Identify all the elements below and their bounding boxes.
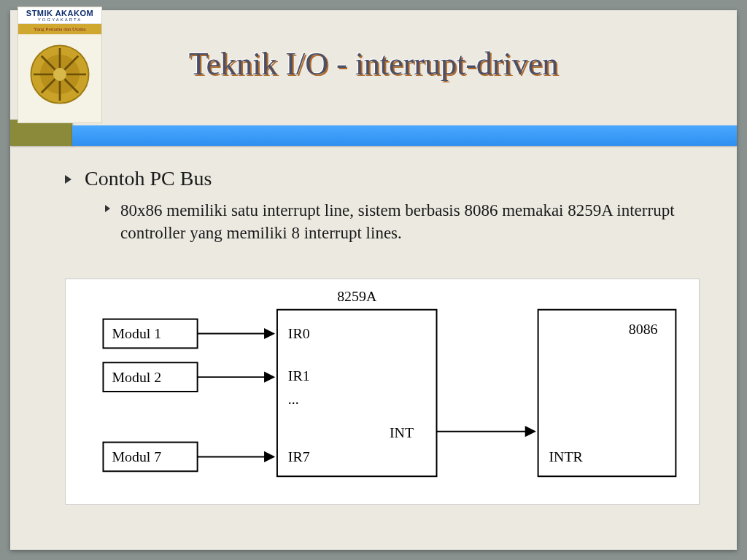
logo-motto-text: Yang Pertama dan Utama [34,26,85,32]
int-label: INT [390,424,414,440]
ir0-label: IR0 [288,325,310,341]
logo-subtitle: YOGYAKARTA [18,18,101,22]
svg-marker-15 [265,452,274,461]
bullet-sub-text: 80x86 memiliki satu interrupt line, sist… [120,199,708,244]
controller-label: 8259A [337,288,377,304]
content-area: Contoh PC Bus 80x86 memiliki satu interr… [65,167,708,244]
bullet-level-1: Contoh PC Bus [65,167,708,190]
svg-point-6 [53,68,66,81]
slide-canvas: STMIK AKAKOM YOGYAKARTA Yang Pertama dan… [10,10,737,550]
accent-block-olive [10,120,72,146]
interrupt-diagram: 8259A Modul 1 Modul 2 Modul 7 IR0 IR1 ..… [65,279,700,505]
ir1-label: IR1 [288,368,310,384]
cpu-label: 8086 [629,321,658,337]
svg-marker-18 [526,427,535,436]
logo-emblem [18,34,101,114]
ir-ellipsis: ... [288,391,299,407]
bullet-arrow-icon [65,175,71,184]
module-1-label: Modul 1 [112,325,161,341]
logo-motto-bar: Yang Pertama dan Utama [18,24,101,34]
intr-label: INTR [549,448,584,464]
module-7-label: Modul 7 [112,448,161,464]
logo-header: STMIK AKAKOM YOGYAKARTA [18,7,101,24]
institution-logo: STMIK AKAKOM YOGYAKARTA Yang Pertama dan… [18,7,102,123]
bullet-arrow-icon [105,205,110,212]
bullet-level-2: 80x86 memiliki satu interrupt line, sist… [105,199,708,244]
emblem-icon [27,42,93,107]
ir7-label: IR7 [288,448,310,464]
bullet-main-text: Contoh PC Bus [85,167,212,190]
slide-title: Teknik I/O - interrupt-driven [10,45,737,82]
svg-marker-13 [265,373,274,381]
svg-marker-11 [265,330,274,338]
accent-bar-blue [72,125,737,146]
module-2-label: Modul 2 [112,369,161,385]
logo-title: STMIK AKAKOM [18,9,101,18]
